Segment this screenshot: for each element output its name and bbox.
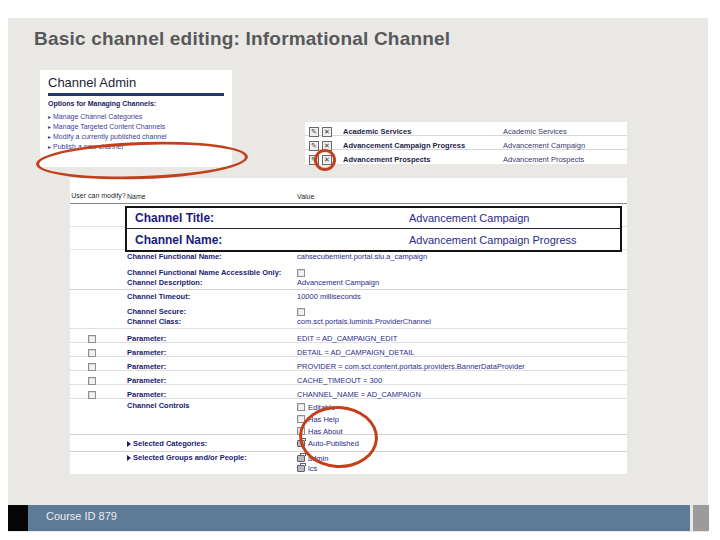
- channel-value: Academic Services: [503, 127, 627, 136]
- accessible-only-checkbox[interactable]: [297, 269, 305, 277]
- channel-list-table: ✎✕ Academic Services Academic Services ✎…: [305, 122, 627, 164]
- callout-name-row: Channel Name: Advancement Campaign Progr…: [127, 229, 620, 250]
- expand-arrow-icon: [127, 455, 131, 461]
- group-icon: [297, 465, 305, 472]
- selected-groups-label[interactable]: Selected Groups and/or People:: [127, 453, 297, 462]
- channel-value: Advancement Prospects: [503, 155, 627, 164]
- group-name: lcs: [308, 464, 317, 473]
- editable-checkbox[interactable]: [297, 403, 305, 411]
- channel-name: Advancement Campaign Progress: [343, 141, 503, 150]
- table-row: ✎✕ Advancement Prospects Advancement Pro…: [305, 150, 627, 164]
- link-manage-channel-categories[interactable]: ▸Manage Channel Categories: [48, 112, 224, 122]
- row-parameter-channel-name: Parameter: CHANNEL_NAME = AD_CAMPAIGN: [70, 384, 627, 398]
- bullet-icon: ▸: [48, 124, 51, 130]
- row-parameter-provider: Parameter: PROVIDER = com.sct.content.po…: [70, 356, 627, 370]
- footer-accent-square: [8, 505, 28, 531]
- modify-checkbox[interactable]: [88, 377, 96, 385]
- channel-name: Advancement Prospects: [343, 155, 503, 164]
- row-channel-class: Channel Class: com.sct.portals.luminis.P…: [70, 315, 627, 328]
- header-value: Value: [297, 193, 627, 200]
- modify-checkbox[interactable]: [88, 363, 96, 371]
- table-header: User can modify? Name Value: [70, 178, 627, 204]
- row-channel-description: Channel Description: Advancement Campaig…: [70, 276, 627, 289]
- row-parameter-edit: Parameter: EDIT = AD_CAMPAIGN_EDIT: [70, 328, 627, 342]
- course-id: Course ID 879: [46, 510, 117, 522]
- channel-title-value: Advancement Campaign: [409, 212, 529, 224]
- row-functional-name-accessible: Channel Functional Name Accessible Only:: [70, 263, 627, 276]
- group-icon: [297, 455, 305, 462]
- secure-checkbox[interactable]: [297, 308, 305, 316]
- header-name: Name: [127, 193, 297, 200]
- modify-checkbox[interactable]: [88, 335, 96, 343]
- bullet-icon: ▸: [48, 114, 51, 120]
- callout-title-row: Channel Title: Advancement Campaign: [127, 208, 620, 229]
- page-title: Basic channel editing: Informational Cha…: [34, 28, 450, 50]
- channel-title-callout: Channel Title: Advancement Campaign Chan…: [125, 206, 622, 252]
- channel-name-value: Advancement Campaign Progress: [409, 234, 577, 246]
- link-modify-published-channel[interactable]: ▸Modify a currently published channel: [48, 132, 224, 142]
- red-circle-annotation: [314, 149, 336, 171]
- divider: [48, 93, 224, 96]
- table-row: ✎✕ Academic Services Academic Services: [305, 122, 627, 136]
- options-heading: Options for Managing Channels:: [48, 100, 224, 107]
- row-parameter-cache-timeout: Parameter: CACHE_TIMEOUT = 300: [70, 370, 627, 384]
- footer-right-square: [693, 505, 709, 531]
- row-parameter-detail: Parameter: DETAIL = AD_CAMPAIGN_DETAIL: [70, 342, 627, 356]
- modify-checkbox[interactable]: [88, 349, 96, 357]
- modify-checkbox[interactable]: [88, 391, 96, 399]
- header-user-can-modify: User can modify?: [70, 192, 127, 200]
- channel-admin-title: Channel Admin: [48, 75, 224, 90]
- row-channel-timeout: Channel Timeout: 10000 milliseconds: [70, 289, 627, 302]
- bullet-icon: ▸: [48, 144, 51, 150]
- link-manage-targeted-content-channels[interactable]: ▸Manage Targeted Content Channels: [48, 122, 224, 132]
- table-row: ✎✕ Advancement Campaign Progress Advance…: [305, 136, 627, 150]
- channel-name-label: Channel Name:: [135, 233, 409, 247]
- row-channel-secure: Channel Secure:: [70, 302, 627, 315]
- channel-name: Academic Services: [343, 127, 503, 136]
- bullet-icon: ▸: [48, 134, 51, 140]
- selected-categories-label[interactable]: Selected Categories:: [127, 439, 297, 448]
- expand-arrow-icon: [127, 441, 131, 447]
- channel-value: Advancement Campaign: [503, 141, 627, 150]
- channel-title-label: Channel Title:: [135, 211, 409, 225]
